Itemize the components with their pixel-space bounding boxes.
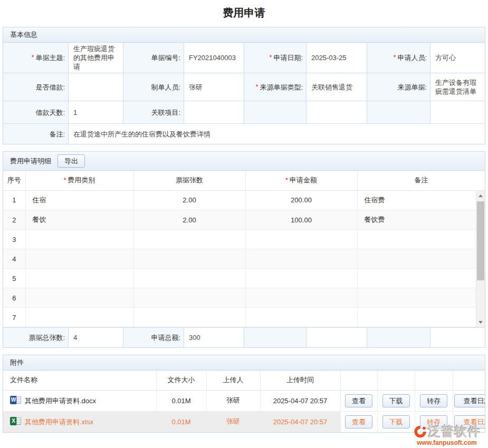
field-value-applicant: 方可心	[430, 43, 485, 73]
cell-note	[357, 288, 476, 308]
column-header-tickets: 票据张数	[133, 171, 245, 190]
field-value-loan-days: 1	[69, 101, 123, 123]
attachment-row[interactable]: X其他费用申请资料.xlsx 0.01M 张研 2025-04-07 20:57…	[3, 411, 485, 432]
expense-detail-totals: 票据总张数: 4 申请总额: 300	[3, 327, 485, 347]
field-label-text: 制单人员:	[151, 83, 180, 92]
field-value-source-bill: 生产设备有瑕疵需退货清单	[430, 73, 485, 101]
column-header-text: 费用类别	[68, 176, 95, 184]
cell-action: 查看	[340, 390, 377, 411]
cell-action: 下载	[377, 390, 415, 411]
word-file-icon: W	[10, 396, 21, 404]
column-header-text: 申请金额	[290, 176, 317, 184]
field-value-apply-date: 2025-03-25	[307, 43, 367, 73]
download-button[interactable]: 下载	[382, 394, 410, 407]
attachment-filename: 其他费用申请资料.xlsx	[25, 418, 93, 426]
table-row: 5	[3, 269, 476, 288]
field-label-text: 申请日期:	[273, 53, 303, 62]
field-value-related-project	[184, 101, 244, 123]
cell-note	[357, 249, 476, 269]
cell-filename: W其他费用申请资料.docx	[3, 390, 156, 411]
field-label-blank-1	[244, 101, 306, 123]
column-header-no: 序号	[3, 171, 25, 190]
attachments-panel: 附件 文件名称 文件大小 上传人 上传时间 W其他费用申请资料.docx 0.0…	[3, 355, 485, 433]
field-label-related-project: 关联项目:	[123, 101, 184, 123]
cell-no: 3	[3, 230, 25, 249]
attachments-title: 附件	[10, 358, 24, 367]
attachment-filename: 其他费用申请资料.docx	[25, 396, 96, 404]
required-asterisk: *	[270, 53, 272, 62]
totals-blank-label	[367, 328, 430, 347]
field-label-text: 来源单据类型:	[260, 83, 303, 92]
field-label-text: 关联项目:	[151, 108, 180, 117]
column-header-filename: 文件名称	[3, 371, 156, 390]
attachments-header: 附件	[3, 355, 485, 371]
field-value-blank-2	[430, 101, 485, 123]
transfer-button[interactable]: 转存	[420, 415, 447, 428]
scroll-down-icon[interactable]	[476, 318, 485, 326]
required-asterisk: *	[32, 53, 34, 62]
field-label-text: 单据主题:	[35, 53, 65, 62]
column-header-note: 备注	[357, 171, 485, 190]
column-header-filesize: 文件大小	[156, 371, 206, 390]
export-button[interactable]: 导出	[58, 154, 85, 168]
excel-file-icon: X	[10, 417, 21, 425]
cell-no: 5	[3, 269, 25, 288]
table-row: 7	[3, 308, 476, 327]
download-button[interactable]: 下载	[382, 415, 410, 428]
column-header-text: 备注	[414, 176, 428, 184]
field-label-remark: 备注:	[3, 124, 68, 144]
field-value-blank-1	[307, 101, 367, 123]
attachment-row[interactable]: W其他费用申请资料.docx 0.01M 张研 2025-04-07 20:57…	[3, 390, 485, 411]
cell-note	[357, 269, 476, 288]
cell-note: 住宿费	[357, 191, 476, 210]
required-asterisk: *	[64, 177, 66, 184]
field-label-blank-2	[367, 101, 430, 123]
cell-amount	[245, 230, 357, 249]
required-asterisk: *	[285, 177, 288, 184]
view-log-button[interactable]: 查看日志	[454, 415, 485, 428]
cell-action: 转存	[415, 390, 453, 411]
expense-detail-table-head: 序号 *费用类别 票据张数 *申请金额 备注	[3, 171, 485, 191]
transfer-button[interactable]: 转存	[420, 394, 447, 407]
view-log-button[interactable]: 查看日志	[454, 394, 485, 407]
totals-blank-value	[307, 328, 367, 347]
cell-tickets	[133, 308, 245, 327]
table-row: 4	[3, 249, 476, 269]
view-button[interactable]: 查看	[345, 394, 372, 407]
attachments-header-row: 文件名称 文件大小 上传人 上传时间	[3, 371, 485, 390]
scrollbar-thumb[interactable]	[477, 201, 484, 280]
cell-action: 转存	[415, 411, 453, 432]
cell-action: 查看日志	[453, 390, 485, 411]
expense-detail-title: 费用申请明细	[10, 157, 51, 166]
cell-no: 6	[3, 288, 25, 308]
basic-info-title: 基本信息	[10, 30, 37, 40]
field-label-is-loan: 是否借款:	[3, 73, 68, 101]
page-title: 费用申请	[0, 0, 488, 27]
basic-info-panel: 基本信息 *单据主题: 生产瑕疵退货的其他费用申请 单据编号: FY202104…	[3, 27, 485, 144]
cell-no: 4	[3, 249, 25, 269]
cell-action: 查看	[340, 411, 377, 432]
column-header-action	[415, 371, 453, 390]
cell-category: 住宿	[25, 191, 133, 210]
column-header-text: 序号	[7, 176, 21, 184]
cell-tickets: 2.00	[133, 191, 245, 210]
column-header-category: *费用类别	[25, 171, 133, 190]
expense-application-page: 费用申请 基本信息 *单据主题: 生产瑕疵退货的其他费用申请 单据编号: FY2…	[0, 0, 488, 448]
view-button[interactable]: 查看	[345, 415, 372, 428]
cell-amount: 100.00	[245, 210, 357, 230]
cell-filesize: 0.01M	[156, 390, 206, 411]
cell-uploader: 张研	[206, 390, 260, 411]
scroll-up-icon[interactable]	[476, 192, 485, 200]
cell-amount	[245, 269, 357, 288]
totals-blank-label	[244, 328, 306, 347]
basic-info-grid: *单据主题: 生产瑕疵退货的其他费用申请 单据编号: FY2021040003 …	[3, 43, 485, 144]
cell-tickets	[133, 249, 245, 269]
column-header-action	[453, 371, 485, 390]
column-header-uploader: 上传人	[206, 371, 260, 390]
total-tickets-label: 票据总张数:	[3, 328, 68, 347]
field-value-bill-subject: 生产瑕疵退货的其他费用申请	[69, 43, 123, 73]
vertical-scrollbar[interactable]	[476, 191, 485, 327]
field-value-bill-number: FY2021040003	[184, 43, 244, 73]
table-row: 3	[3, 230, 476, 249]
cell-tickets	[133, 288, 245, 308]
